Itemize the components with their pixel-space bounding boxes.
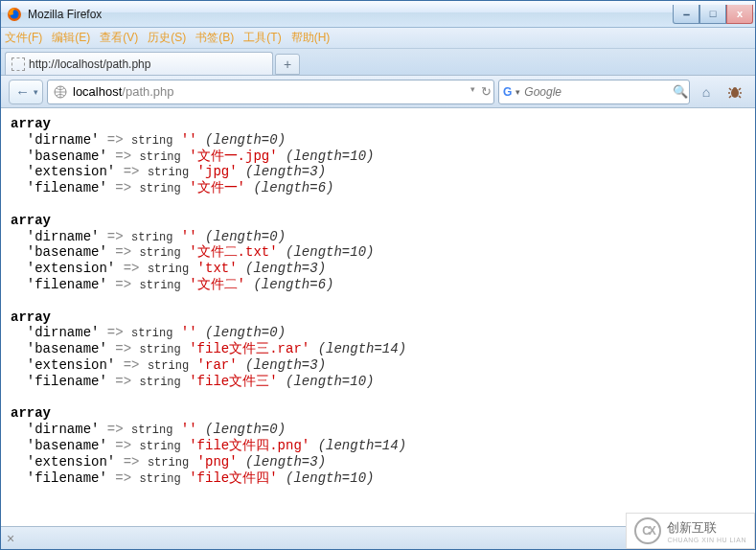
back-arrow-icon: ←	[15, 83, 30, 100]
statusbar-close-icon[interactable]: ×	[7, 531, 14, 546]
search-bar[interactable]: G ▾ 🔍	[498, 80, 690, 104]
var-dump-output: array 'dirname' => string '' (length=0) …	[11, 116, 745, 502]
firefox-icon	[7, 7, 22, 22]
reload-icon[interactable]: ↻	[481, 84, 492, 99]
tabbar: http://localhost/path.php +	[1, 49, 755, 76]
search-icon[interactable]: 🔍	[673, 84, 688, 99]
window-controls: ‒ □ x	[673, 5, 753, 24]
window-title: Mozilla Firefox	[28, 8, 673, 21]
home-button[interactable]: ⌂	[694, 80, 719, 104]
search-input[interactable]	[524, 80, 669, 103]
maximize-button[interactable]: □	[699, 5, 726, 24]
tab-label: http://localhost/path.php	[29, 57, 150, 71]
menu-edit[interactable]: 编辑(E)	[52, 30, 90, 46]
back-button[interactable]: ← ▾	[9, 80, 43, 104]
svg-point-4	[733, 87, 737, 91]
minimize-button[interactable]: ‒	[673, 5, 699, 24]
menu-bookmarks[interactable]: 书签(B)	[195, 30, 234, 46]
watermark: CX 创新互联 CHUANG XIN HU LIAN	[626, 513, 755, 549]
back-history-dropdown-icon: ▾	[34, 87, 38, 97]
firebug-button[interactable]	[722, 80, 747, 104]
menu-tools[interactable]: 工具(T)	[243, 30, 281, 46]
url-input[interactable]	[174, 84, 467, 99]
page-content: array 'dirname' => string '' (length=0) …	[1, 108, 755, 526]
menubar: 文件(F) 编辑(E) 查看(V) 历史(S) 书签(B) 工具(T) 帮助(H…	[1, 28, 755, 49]
menu-view[interactable]: 查看(V)	[100, 30, 138, 46]
menu-help[interactable]: 帮助(H)	[291, 30, 331, 46]
watermark-text-en: CHUANG XIN HU LIAN	[667, 537, 746, 543]
url-bar[interactable]: localhost/path.php ▾ ↻	[47, 80, 494, 104]
watermark-text-cn: 创新互联	[667, 519, 746, 537]
menu-history[interactable]: 历史(S)	[148, 30, 186, 46]
page-icon	[11, 57, 25, 71]
globe-icon	[54, 85, 67, 99]
titlebar: Mozilla Firefox ‒ □ x	[1, 1, 755, 28]
menu-file[interactable]: 文件(F)	[5, 30, 42, 46]
search-engine-dropdown-icon[interactable]: ▾	[515, 87, 520, 97]
url-host: localhost	[73, 84, 122, 99]
watermark-logo: CX	[634, 517, 661, 544]
navbar: ← ▾ localhost/path.php ▾ ↻ G ▾ 🔍 ⌂	[1, 76, 755, 108]
tab-active[interactable]: http://localhost/path.php	[5, 52, 273, 75]
url-path: /path.php	[122, 84, 173, 99]
google-icon: G	[503, 85, 512, 99]
close-button[interactable]: x	[726, 5, 753, 24]
new-tab-button[interactable]: +	[275, 54, 300, 75]
stop-reload-dropdown-icon[interactable]: ▾	[470, 84, 475, 99]
